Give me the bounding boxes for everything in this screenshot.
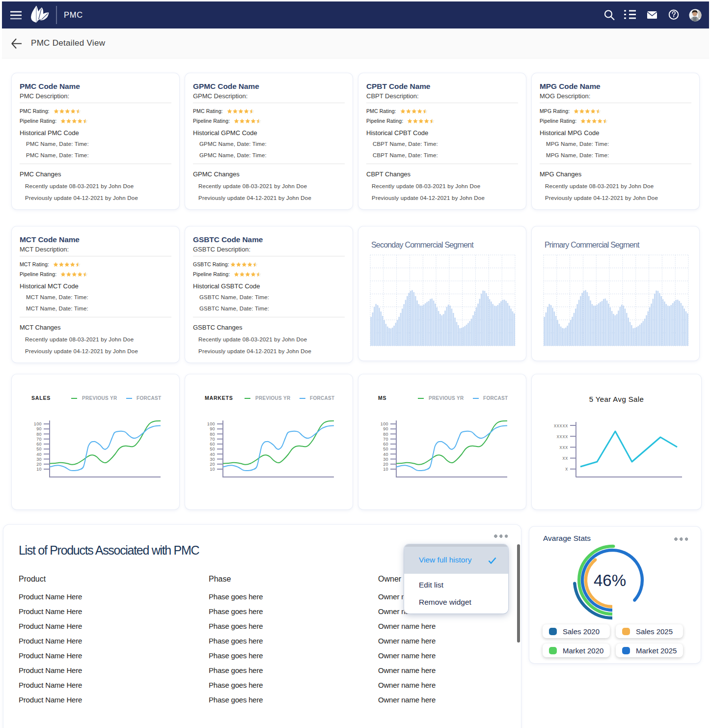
- svg-text:20: 20: [383, 462, 388, 467]
- svg-text:xxxxx: xxxxx: [554, 423, 568, 428]
- svg-text:50: 50: [383, 447, 388, 451]
- svg-text:40: 40: [383, 452, 388, 457]
- svg-text:30: 30: [36, 457, 42, 462]
- svg-text:30: 30: [383, 457, 388, 462]
- svg-text:100: 100: [207, 421, 215, 426]
- svg-text:20: 20: [36, 462, 42, 467]
- svg-text:50: 50: [36, 447, 42, 451]
- svg-text:xxx: xxx: [560, 445, 568, 450]
- svg-text:70: 70: [210, 437, 215, 442]
- svg-text:46%: 46%: [594, 571, 626, 589]
- svg-text:60: 60: [383, 442, 388, 447]
- svg-text:30: 30: [210, 457, 215, 462]
- svg-text:90: 90: [210, 426, 215, 431]
- svg-text:10: 10: [210, 467, 215, 472]
- svg-text:70: 70: [36, 437, 42, 442]
- svg-text:40: 40: [210, 452, 215, 457]
- svg-text:40: 40: [36, 452, 42, 457]
- svg-text:60: 60: [36, 442, 42, 447]
- svg-text:xxxx: xxxx: [557, 434, 568, 439]
- svg-text:80: 80: [383, 432, 388, 437]
- svg-text:100: 100: [34, 421, 42, 426]
- svg-text:80: 80: [36, 432, 42, 437]
- svg-text:80: 80: [210, 432, 215, 437]
- svg-text:50: 50: [210, 447, 215, 451]
- svg-text:20: 20: [210, 462, 215, 467]
- svg-text:90: 90: [36, 426, 42, 431]
- svg-text:60: 60: [210, 442, 215, 447]
- svg-text:x: x: [565, 466, 568, 472]
- svg-text:70: 70: [383, 437, 388, 442]
- svg-text:10: 10: [383, 467, 388, 472]
- svg-text:100: 100: [381, 421, 388, 426]
- svg-text:10: 10: [36, 467, 42, 472]
- svg-text:90: 90: [383, 426, 388, 431]
- svg-text:xx: xx: [562, 455, 568, 461]
